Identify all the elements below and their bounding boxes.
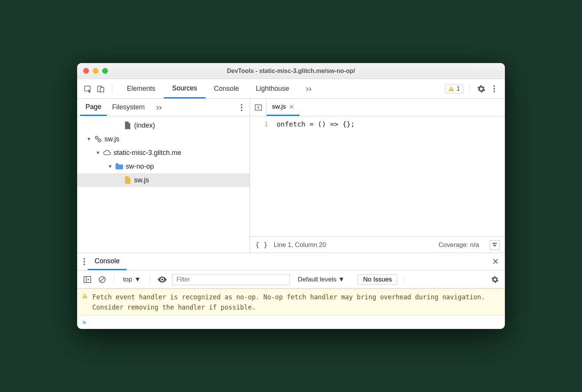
tree-item-label: sw-no-op: [126, 163, 154, 171]
svg-point-17: [84, 258, 85, 260]
svg-point-14: [99, 140, 100, 141]
filter-input[interactable]: [172, 274, 290, 285]
drawer-kebab-menu[interactable]: [81, 258, 88, 266]
folder-icon: [115, 162, 123, 171]
titlebar: DevTools - static-misc-3.glitch.me/sw-no…: [77, 63, 505, 79]
warning-text: Fetch event handler is recognized as no-…: [92, 293, 485, 311]
svg-rect-20: [84, 277, 91, 283]
disclose-triangle-icon[interactable]: ▼: [86, 136, 92, 142]
main-toolbar: Elements Sources Console Lighthouse 1: [77, 79, 505, 99]
editor-nav-icon[interactable]: [250, 99, 267, 116]
svg-point-5: [493, 85, 495, 87]
svg-point-9: [241, 107, 242, 108]
svg-point-6: [493, 88, 495, 90]
tree-item-index[interactable]: (index): [77, 119, 250, 132]
kebab-menu-icon[interactable]: [489, 84, 500, 94]
warning-icon: [82, 293, 88, 299]
sidebar-kebab-menu[interactable]: [237, 104, 247, 111]
tree-item-label: sw.js: [134, 176, 149, 184]
sources-sidebar: Page Filesystem (index): [77, 99, 250, 253]
divider: [404, 275, 404, 284]
tree-item-label: static-misc-3.glitch.me: [114, 149, 181, 157]
coverage-label: Coverage: n/a: [438, 241, 479, 249]
log-level-selector[interactable]: Default levels ▼: [297, 276, 345, 283]
drawer-tab-console[interactable]: Console: [88, 253, 127, 270]
tree-item-origin[interactable]: ▼ static-misc-3.glitch.me: [77, 146, 250, 160]
code-content: onfetch = () => {};: [273, 116, 355, 237]
settings-gear-icon[interactable]: [476, 84, 487, 94]
sidebar-tabs: Page Filesystem: [77, 99, 250, 116]
console-toolbar: top ▼ Default levels ▼ No Issues: [77, 270, 505, 289]
code-area[interactable]: 1 onfetch = () => {};: [250, 116, 505, 237]
chevron-down-icon: ▼: [338, 276, 345, 283]
editor-tab-label: sw.js: [272, 103, 286, 111]
editor-statusbar: { } Line 1, Column 20 Coverage: n/a: [250, 237, 505, 253]
sidebar-tab-filesystem[interactable]: Filesystem: [107, 99, 150, 116]
context-label: top: [123, 276, 132, 283]
divider: [114, 275, 114, 284]
devtools-window: DevTools - static-misc-3.glitch.me/sw-no…: [77, 63, 505, 329]
svg-rect-24: [84, 297, 85, 298]
svg-point-22: [161, 278, 163, 280]
tree-item-folder[interactable]: ▼ sw-no-op: [77, 160, 250, 173]
zoom-window-button[interactable]: [102, 68, 108, 74]
source-editor: sw.js ✕ 1 onfetch = () => {}; { } Line 1…: [250, 99, 505, 253]
svg-rect-4: [451, 90, 452, 91]
svg-rect-23: [84, 295, 85, 297]
show-sidebar-icon[interactable]: [82, 276, 93, 283]
level-label: Default levels: [297, 276, 336, 283]
svg-rect-15: [255, 104, 261, 110]
file-tree: (index) ▼ sw.js ▼ static-misc-3.: [77, 116, 250, 253]
minimize-window-button[interactable]: [93, 68, 98, 74]
tree-item-label: (index): [134, 122, 155, 130]
console-warning-message[interactable]: Fetch event handler is recognized as no-…: [77, 289, 505, 316]
collapse-panel-icon[interactable]: [490, 240, 500, 250]
document-icon: [123, 121, 132, 130]
svg-point-18: [84, 261, 85, 262]
line-number: 1: [250, 116, 273, 237]
svg-point-7: [493, 91, 495, 92]
inspect-element-icon[interactable]: [82, 84, 93, 94]
cursor-position: Line 1, Column 20: [274, 241, 326, 249]
window-title: DevTools - static-misc-3.glitch.me/sw-no…: [77, 68, 505, 74]
divider: [112, 84, 112, 93]
console-settings-icon[interactable]: [490, 276, 500, 283]
divider: [150, 275, 150, 284]
divider: [470, 84, 470, 93]
tree-item-worker[interactable]: ▼ sw.js: [77, 132, 250, 146]
context-selector[interactable]: top ▼: [120, 276, 144, 283]
svg-rect-16: [492, 243, 497, 244]
js-file-icon: [123, 176, 132, 184]
tab-console[interactable]: Console: [206, 79, 247, 98]
tree-item-label: sw.js: [104, 135, 119, 143]
disclose-triangle-icon[interactable]: ▼: [108, 164, 113, 169]
tab-sources[interactable]: Sources: [164, 79, 206, 98]
tab-elements[interactable]: Elements: [119, 79, 164, 98]
close-tab-icon[interactable]: ✕: [289, 103, 294, 111]
device-toggle-icon[interactable]: [95, 84, 106, 94]
service-worker-icon: [94, 135, 102, 143]
clear-console-icon[interactable]: [97, 276, 108, 283]
console-drawer: Console ✕ top ▼ Default levels ▼: [77, 253, 505, 329]
eye-icon[interactable]: [156, 277, 168, 283]
svg-rect-2: [100, 87, 104, 92]
issues-button[interactable]: No Issues: [357, 274, 398, 285]
sidebar-tab-page[interactable]: Page: [80, 99, 107, 116]
disclose-triangle-icon[interactable]: ▼: [95, 150, 101, 155]
tree-item-file[interactable]: sw.js: [77, 173, 250, 187]
tab-lighthouse[interactable]: Lighthouse: [247, 79, 297, 98]
pretty-print-icon[interactable]: { }: [255, 241, 268, 249]
svg-point-10: [241, 109, 242, 111]
svg-point-8: [241, 104, 242, 106]
traffic-lights: [77, 68, 108, 74]
close-drawer-icon[interactable]: ✕: [490, 257, 501, 267]
svg-point-12: [96, 137, 97, 138]
close-window-button[interactable]: [83, 68, 89, 74]
warnings-badge[interactable]: 1: [445, 84, 463, 93]
warning-icon: [448, 86, 454, 92]
sidebar-more-tabs[interactable]: [150, 105, 169, 110]
console-prompt[interactable]: >: [77, 316, 505, 329]
editor-tab-swjs[interactable]: sw.js ✕: [267, 99, 299, 116]
svg-rect-0: [85, 86, 90, 91]
more-tabs-button[interactable]: [300, 86, 319, 92]
